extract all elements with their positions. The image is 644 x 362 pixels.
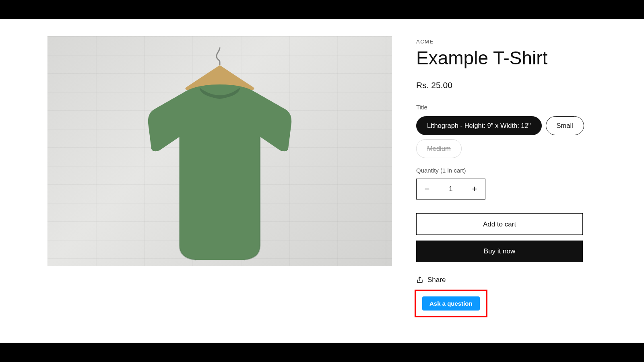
quantity-label: Quantity (1 in cart) — [416, 167, 597, 174]
share-label: Share — [427, 276, 446, 284]
ask-question-button[interactable]: Ask a question — [422, 296, 480, 311]
tshirt-icon — [135, 84, 304, 261]
quantity-decrease-button[interactable]: − — [417, 179, 438, 199]
variant-small[interactable]: Small — [546, 116, 584, 135]
product-image[interactable] — [47, 36, 392, 266]
buy-now-button[interactable]: Buy it now — [416, 241, 583, 262]
product-details: ACME Example T-Shirt Rs. 25.00 Title Lit… — [416, 36, 597, 317]
quantity-increase-button[interactable]: + — [464, 179, 485, 199]
product-page: ACME Example T-Shirt Rs. 25.00 Title Lit… — [0, 19, 644, 343]
product-price: Rs. 25.00 — [416, 80, 597, 90]
quantity-stepper: − 1 + — [416, 179, 485, 200]
quantity-value: 1 — [438, 185, 464, 193]
variant-label: Title — [416, 104, 597, 111]
variant-lithograph[interactable]: Lithograph - Height: 9" x Width: 12" — [416, 116, 542, 135]
share-button[interactable]: Share — [416, 276, 597, 284]
variant-list: Lithograph - Height: 9" x Width: 12" Sma… — [416, 116, 597, 158]
product-gallery — [47, 36, 392, 317]
product-layout: ACME Example T-Shirt Rs. 25.00 Title Lit… — [47, 36, 597, 317]
share-icon — [416, 276, 423, 284]
variant-medium: Medium — [416, 139, 462, 158]
add-to-cart-button[interactable]: Add to cart — [416, 213, 583, 235]
product-brand: ACME — [416, 39, 597, 45]
product-title: Example T-Shirt — [416, 47, 597, 69]
ask-highlight: Ask a question — [415, 290, 487, 317]
